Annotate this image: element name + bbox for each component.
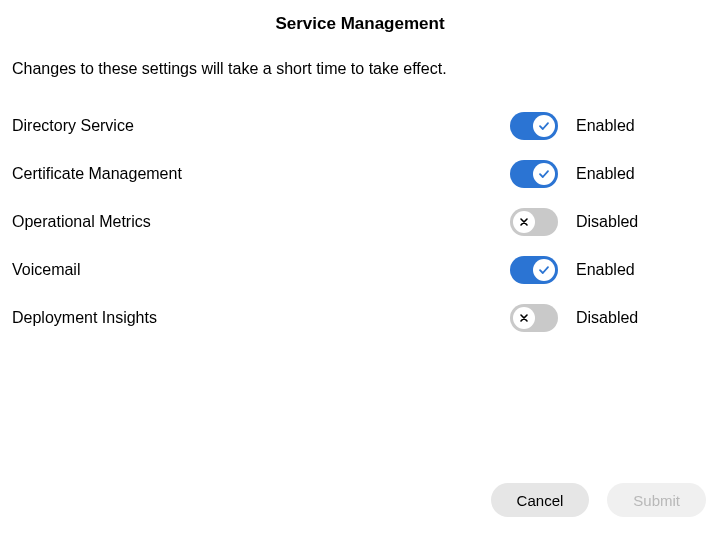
check-icon xyxy=(538,168,550,180)
service-label: Voicemail xyxy=(12,261,80,279)
service-label: Deployment Insights xyxy=(12,309,157,327)
toggle-knob xyxy=(533,163,555,185)
service-label: Operational Metrics xyxy=(12,213,151,231)
service-status: Enabled xyxy=(576,117,638,135)
check-icon xyxy=(538,264,550,276)
check-icon xyxy=(538,120,550,132)
cross-icon xyxy=(518,312,530,324)
service-control: Disabled xyxy=(510,208,638,236)
service-control: Enabled xyxy=(510,160,638,188)
service-status: Disabled xyxy=(576,213,638,231)
service-control: Enabled xyxy=(510,112,638,140)
toggle-directory-service[interactable] xyxy=(510,112,558,140)
cross-icon xyxy=(518,216,530,228)
service-control: Enabled xyxy=(510,256,638,284)
footer-buttons: Cancel Submit xyxy=(491,483,706,517)
service-row-voicemail: Voicemail Enabled xyxy=(12,246,638,294)
service-status: Enabled xyxy=(576,261,638,279)
service-row-operational-metrics: Operational Metrics Disabled xyxy=(12,198,638,246)
service-status: Disabled xyxy=(576,309,638,327)
submit-button[interactable]: Submit xyxy=(607,483,706,517)
service-status: Enabled xyxy=(576,165,638,183)
service-row-directory-service: Directory Service Enabled xyxy=(12,102,638,150)
page-title: Service Management xyxy=(0,0,720,60)
toggle-voicemail[interactable] xyxy=(510,256,558,284)
service-row-certificate-management: Certificate Management Enabled xyxy=(12,150,638,198)
cancel-button[interactable]: Cancel xyxy=(491,483,590,517)
toggle-knob xyxy=(513,211,535,233)
toggle-certificate-management[interactable] xyxy=(510,160,558,188)
service-label: Certificate Management xyxy=(12,165,182,183)
toggle-knob xyxy=(513,307,535,329)
toggle-knob xyxy=(533,115,555,137)
toggle-operational-metrics[interactable] xyxy=(510,208,558,236)
toggle-knob xyxy=(533,259,555,281)
service-control: Disabled xyxy=(510,304,638,332)
service-rows: Directory Service Enabled Certificate Ma… xyxy=(0,102,720,342)
settings-description: Changes to these settings will take a sh… xyxy=(0,60,720,102)
service-label: Directory Service xyxy=(12,117,134,135)
service-row-deployment-insights: Deployment Insights Disabled xyxy=(12,294,638,342)
toggle-deployment-insights[interactable] xyxy=(510,304,558,332)
